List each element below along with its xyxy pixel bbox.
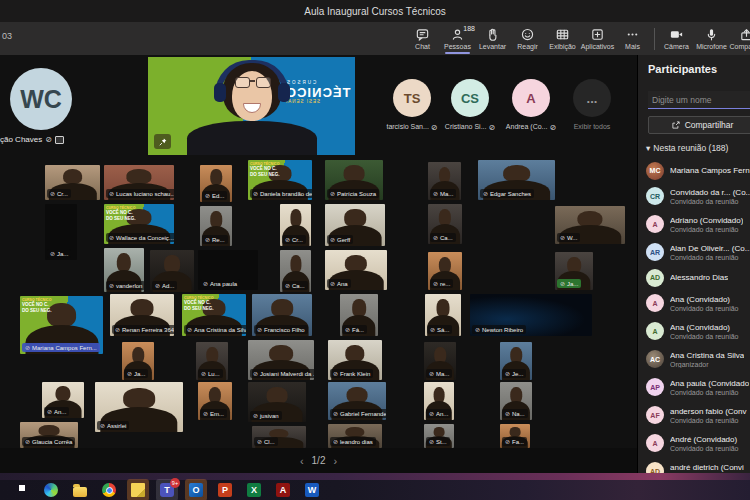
video-tile[interactable]: ⊘Ed... [200,165,232,202]
video-tile[interactable]: CURSO TÉCNICOVOCÊ NO C.DO SEU NEG.⊘Maria… [20,296,103,354]
taskbar-icon-acrobat[interactable]: A [275,482,291,498]
video-tile[interactable]: ⊘Ana [325,250,387,290]
stage-avatar[interactable]: AAndrea (Co...⊘ [511,79,551,132]
toolbar-button-compartilhar[interactable]: Compartilh [729,22,750,55]
toolbar-button-mais[interactable]: Mais [615,22,650,55]
video-tile[interactable]: ⊘Josiani Malverdi da ... [248,340,314,380]
participant-row[interactable]: ACAna Cristina da SilvaOrganizador [646,345,750,373]
video-tile[interactable]: ⊘An... [424,382,454,420]
tile-participant-name: Cr... [292,237,303,243]
taskbar-icon-edge[interactable] [43,482,59,498]
main-speaker-video[interactable]: CURSOS TÉCNICO SESI SENAI [148,57,355,155]
participant-avatar: CR [646,187,664,205]
video-tile[interactable]: ⊘Francisco Filho [252,294,312,336]
stage-avatar[interactable]: TStarcisio San...⊘ [392,79,432,132]
person-silhouette-head [271,299,293,317]
video-tile[interactable]: CURSO TÉCNICOVOCÊ NO C.DO SEU NEG.⊘Ana C… [182,294,246,336]
video-tile[interactable]: ⊘St... [424,424,454,448]
video-tile[interactable]: ⊘Cr... [280,204,311,246]
taskbar-icon-chrome[interactable] [101,482,117,498]
participant-row[interactable]: AAna (Convidado)Convidado da reunião [646,317,750,345]
video-tile[interactable]: ⊘W... [555,206,625,244]
section-header[interactable]: ▾ Nesta reunião (188) [646,143,728,153]
taskbar-icon-powerpoint[interactable]: P [217,482,233,498]
video-tile[interactable]: ⊘Glaucia Corrêa [20,422,78,448]
video-tile[interactable]: ⊘vanderlon [104,248,144,292]
video-tile[interactable]: ⊘Patrícia Souza [325,160,383,200]
video-tile[interactable]: ⊘An... [42,382,84,418]
search-input[interactable] [648,91,750,109]
participant-row[interactable]: ARAlan De Oliveir... (Co...Convidado da … [646,238,750,266]
meeting-title: Aula Inaugural Cursos Técnicos [304,6,446,17]
toolbar-button-camera[interactable]: Câmera [659,22,694,55]
video-tile[interactable]: ⊘Ana paula [198,250,258,290]
taskbar-icon-excel[interactable]: X [246,482,262,498]
participant-name: Ana (Convidado) [670,295,739,304]
video-tile[interactable]: ⊘Assirlei [95,382,183,432]
video-tile[interactable]: ⊘Je... [500,342,532,380]
taskbar-icon-outlook[interactable]: O [188,482,204,498]
video-tile[interactable]: ⊘Re... [200,206,232,246]
video-tile[interactable]: ⊘Ad... [150,250,194,292]
participant-row[interactable]: AAdriano (Convidado)Convidado da reunião [646,210,750,238]
taskbar-icon-explorer[interactable] [72,482,88,498]
video-tile[interactable]: ⊘Lu... [196,342,228,380]
taskbar-icon-word[interactable]: W [304,482,320,498]
video-tile[interactable]: ⊘Cr... [45,165,100,200]
participant-row[interactable]: AAndré (Convidado)Convidado da reunião [646,429,750,457]
video-tile[interactable]: ⊘Fá... [340,294,378,336]
toolbar-button-aplicativos[interactable]: Aplicativos [580,22,615,55]
stage-avatar[interactable]: CSCristiano Si...⊘ [450,79,490,132]
toolbar-button-levantar[interactable]: Levantar [475,22,510,55]
avatar[interactable]: WC [10,68,72,130]
toolbar-button-pessoas[interactable]: 188Pessoas [440,22,475,55]
video-tile[interactable]: ⊘Ca... [280,250,311,292]
toolbar-button-microfone[interactable]: Microfone [694,22,729,55]
video-tile[interactable]: ⊘Em... [198,382,232,420]
toolbar-button-reagir[interactable]: Reagir [510,22,545,55]
next-page-button[interactable]: › [333,455,337,467]
video-tile[interactable]: ⊘Frank Klein [328,340,382,380]
toolbar-button-exibicao[interactable]: Exibição [545,22,580,55]
show-all-avatars[interactable]: ...Exibir todos [572,79,612,130]
video-tile[interactable]: ⊘Ja... [122,342,154,380]
share-invite-button[interactable]: Compartilhar [648,116,750,134]
participant-row[interactable]: CRConvidado da r... (Co...Convidado da r… [646,182,750,210]
participant-row[interactable]: ADandré dietrich (ConviConvidado da reun… [646,457,750,473]
participant-row[interactable]: APAna paula (ConvidadoConvidado da reuni… [646,373,750,401]
toolbar-button-chat[interactable]: Chat [405,22,440,55]
video-tile[interactable]: ⊘Ja... [45,204,77,260]
taskbar-icon-teams[interactable]: T9+ [159,482,175,498]
video-tile[interactable]: ⊘Ma... [428,162,461,200]
video-tile[interactable]: ⊘Ca... [428,204,462,244]
video-tile[interactable]: ⊘Edgar Sanches [478,160,555,200]
person-silhouette-head [130,299,153,317]
participant-row[interactable]: AAna (Convidado)Convidado da reunião [646,289,750,317]
tile-participant-name: leandro dias [340,439,373,445]
video-tile[interactable]: ⊘Na... [500,382,532,420]
prev-page-button[interactable]: ‹ [300,455,304,467]
video-tile[interactable]: ⊘leandro dias [328,424,382,448]
video-tile[interactable]: ⊘Cl... [252,426,306,448]
video-tile[interactable]: CURSO TÉCNICOVOCÊ NO C.DO SEU NEG.⊘Walla… [104,204,174,244]
video-tile[interactable]: CURSO TÉCNICOVOCÊ NO C.DO SEU NEG.⊘Danie… [248,160,312,200]
video-tile[interactable]: ⊘Renan Ferreira 3640... [110,294,174,336]
video-tile[interactable]: ⊘Gerff [325,204,385,246]
video-tile[interactable]: ⊘Ma... [424,342,456,380]
taskbar-icon-sticky-notes[interactable] [130,482,146,498]
participant-row[interactable]: AFanderson fabio (ConvConvidado da reuni… [646,401,750,429]
video-tile[interactable]: ⊘Fa... [500,424,530,448]
video-tile[interactable]: ⊘jusivan [248,382,306,422]
video-tile[interactable]: ⊘Newton Ribeiro [470,294,592,336]
tile-name-label: ⊘W... [557,233,580,242]
participant-row[interactable]: MCMariana Campos Fern [646,159,750,182]
video-tile[interactable]: ⊘Gabriel Fernandes [328,382,386,420]
video-tile[interactable]: ⊘Lucas luciano schau... [104,165,174,200]
taskbar-icon-pinned-partial[interactable] [14,482,30,498]
mic-muted-icon: ⊘ [330,236,335,243]
video-tile[interactable]: ⊘re... [428,252,462,290]
video-tile[interactable]: ⊘Ja... [555,252,593,290]
brand-line: TÉCNICO [285,86,351,100]
video-tile[interactable]: ⊘Sá... [425,294,461,336]
participant-row[interactable]: ADAlessandro Dias [646,266,750,289]
